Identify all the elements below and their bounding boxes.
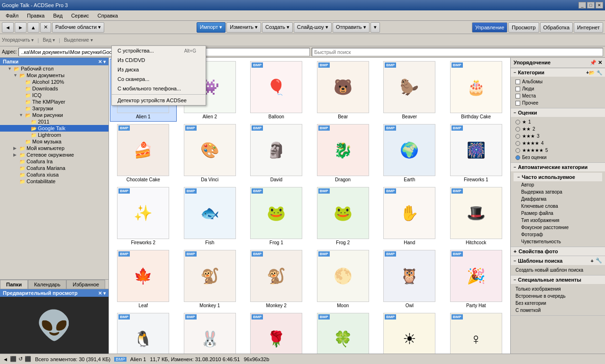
menu-view[interactable]: Вид	[49, 12, 66, 19]
folder-panel-close[interactable]: ✕ ▾	[98, 59, 106, 64]
tree-item-googletalk[interactable]: Google Talk	[0, 125, 108, 132]
tab-process[interactable]: Обработка	[540, 22, 573, 33]
create-button[interactable]: Создать ▾	[262, 22, 293, 33]
categories-tools-icon[interactable]: 🔧	[596, 70, 602, 75]
status-icon3[interactable]: ↺	[18, 356, 23, 362]
rating-5[interactable]: ★★★★★5	[514, 147, 602, 154]
tree-item-network[interactable]: ▶ Сетевое окружение	[0, 151, 108, 158]
prop-imgtype[interactable]: Тип изображения	[514, 217, 602, 224]
tab-internet[interactable]: Интернет	[574, 22, 603, 33]
file-item-item27[interactable]: BMP 🌹 item27	[243, 311, 310, 354]
file-item-beaver[interactable]: BMP 🦫 Beaver	[376, 59, 443, 122]
nav-forward[interactable]: ►	[15, 22, 27, 33]
file-item-owl[interactable]: BMP 🦉 Owl	[376, 248, 443, 311]
file-item-hand[interactable]: BMP ✋ Hand	[376, 185, 443, 248]
status-icon2[interactable]: ⬛	[10, 356, 17, 362]
prev-icon[interactable]: ◄	[3, 356, 8, 362]
tree-item-desktop[interactable]: ▼ Рабочий стол	[0, 65, 108, 72]
import-from-device[interactable]: С устройства... Alt+G	[112, 46, 206, 55]
special-no-cat[interactable]: Без категории	[514, 300, 602, 307]
status-icon4[interactable]: ⬛	[25, 356, 31, 362]
radio-4[interactable]	[515, 141, 520, 146]
nav-back[interactable]: ◄	[2, 22, 14, 33]
special-queued[interactable]: Встроенные в очередь	[514, 293, 602, 300]
slideshow-button[interactable]: Слайд-шоу ▾	[294, 22, 332, 33]
file-item-hitchcock[interactable]: BMP 🎩 Hitchcock	[443, 185, 510, 248]
file-item-leaf[interactable]: BMP 🍁 Leaf	[110, 248, 177, 311]
file-item-fireworks-1[interactable]: BMP 🎆 Fireworks 1	[443, 122, 510, 185]
check-places[interactable]	[515, 94, 520, 98]
rating-4[interactable]: ★★★★4	[514, 140, 602, 147]
file-item-frog-1[interactable]: BMP 🐸 Frog 1	[243, 185, 310, 248]
file-item-birthday-cake[interactable]: BMP 🎂 Birthday Cake	[443, 59, 510, 122]
tab-manage[interactable]: Управление	[472, 22, 507, 33]
prop-iso[interactable]: Чувствительность	[514, 238, 602, 245]
rating-3[interactable]: ★★★3	[514, 133, 602, 140]
tree-item-2011[interactable]: 2011	[0, 118, 108, 125]
send-button[interactable]: Отправить ▾	[333, 22, 370, 33]
file-item-item30[interactable]: BMP ♀ item30	[443, 311, 510, 354]
check-people[interactable]	[515, 87, 520, 91]
radio-3[interactable]	[515, 134, 520, 139]
check-albums[interactable]	[515, 80, 520, 84]
file-item-party-hat[interactable]: BMP 🎉 Party Hat	[443, 248, 510, 311]
tree-item-mypics[interactable]: ▼ Мои рисунки	[0, 112, 108, 118]
file-item-frog-2[interactable]: BMP 🐸 Frog 2	[310, 185, 377, 248]
close-button[interactable]: ✕	[596, 2, 603, 9]
radio-none[interactable]	[515, 155, 520, 160]
tab-view[interactable]: Просмотр	[508, 22, 539, 33]
tree-item-coafura-xiusa[interactable]: Coafura xiusa	[0, 171, 108, 178]
search-input[interactable]	[312, 48, 603, 56]
tree-item-lightroom[interactable]: Lightroom	[0, 132, 108, 138]
nav-up[interactable]: ▲	[27, 22, 39, 33]
toolbar-view[interactable]: Вид ▾	[43, 37, 55, 43]
categories-header[interactable]: Категории +📂 🔧	[511, 68, 605, 77]
tree-item-coafura-mariana[interactable]: Coafura Mariana	[0, 165, 108, 171]
tree-item-downloads[interactable]: Downloads	[0, 85, 108, 92]
ratings-header[interactable]: Оценки	[511, 108, 605, 117]
file-item-item29[interactable]: BMP ☀ item29	[376, 311, 443, 354]
tree-item-contabilitate[interactable]: Contabilitate	[0, 178, 108, 185]
auto-cats-header[interactable]: Автоматические категории	[511, 163, 605, 171]
special-marked[interactable]: С пометкой	[514, 307, 602, 314]
change-button[interactable]: Изменить ▾	[226, 22, 261, 33]
category-people[interactable]: Люди	[514, 85, 602, 92]
check-other[interactable]	[515, 101, 520, 106]
file-item-bear[interactable]: BMP 🐻 Bear	[310, 59, 377, 122]
tree-item-icq[interactable]: ICQ	[0, 92, 108, 98]
file-item-da-vinci[interactable]: BMP 🎨 Da Vinci	[177, 122, 244, 185]
tab-favorites[interactable]: Избранное	[66, 280, 105, 289]
file-item-item28[interactable]: BMP 🍀 item28	[310, 311, 377, 354]
import-detector[interactable]: Детектор устройств ACDSee	[112, 96, 206, 105]
file-item-fireworks-2[interactable]: BMP ✨ Fireworks 2	[110, 185, 177, 248]
preview-panel-close[interactable]: ✕ ▾	[98, 291, 106, 296]
search-tools-icon[interactable]: 🔧	[596, 257, 602, 264]
tree-item-mycomputer[interactable]: ▶ Мой компьютер	[0, 145, 108, 151]
prop-filesize[interactable]: Размер файла	[514, 210, 602, 217]
radio-1[interactable]	[515, 120, 520, 124]
prop-keywords[interactable]: Ключевые слова	[514, 203, 602, 210]
minimize-button[interactable]: _	[578, 2, 586, 9]
menu-help[interactable]: Справка	[94, 12, 122, 19]
special-images-only[interactable]: Только изображения	[514, 285, 602, 293]
search-add-icon[interactable]: +	[591, 258, 594, 264]
special-header[interactable]: Специальные элементы	[511, 275, 605, 284]
extra-button[interactable]: ▾	[370, 22, 380, 33]
tree-item-downloads2[interactable]: Загрузки	[0, 105, 108, 112]
tree-item-mydocs[interactable]: ▼ Мои документы	[0, 72, 108, 79]
category-albums[interactable]: Альбомы	[514, 78, 602, 85]
rating-1[interactable]: ★1	[514, 118, 602, 125]
menu-edit[interactable]: Правка	[23, 12, 48, 19]
search-templates-header[interactable]: Шаблоны поиска + 🔧	[511, 256, 605, 265]
workspaces-button[interactable]: Рабочие области ▾	[52, 22, 105, 33]
prop-photographer[interactable]: Фотограф	[514, 231, 602, 238]
file-item-fish[interactable]: BMP 🐟 Fish	[177, 185, 244, 248]
menu-file[interactable]: Файл	[2, 12, 22, 19]
category-other[interactable]: Прочее	[514, 99, 602, 107]
file-item-moon[interactable]: BMP 🌕 Moon	[310, 248, 377, 311]
prop-author[interactable]: Автор	[514, 181, 602, 188]
prop-shutter[interactable]: Выдержка затвора	[514, 188, 602, 195]
file-item-item25[interactable]: BMP 🐧 item25	[110, 311, 177, 354]
tree-item-alcohol[interactable]: Alcohol 120%	[0, 79, 108, 85]
category-places[interactable]: Места	[514, 92, 602, 99]
